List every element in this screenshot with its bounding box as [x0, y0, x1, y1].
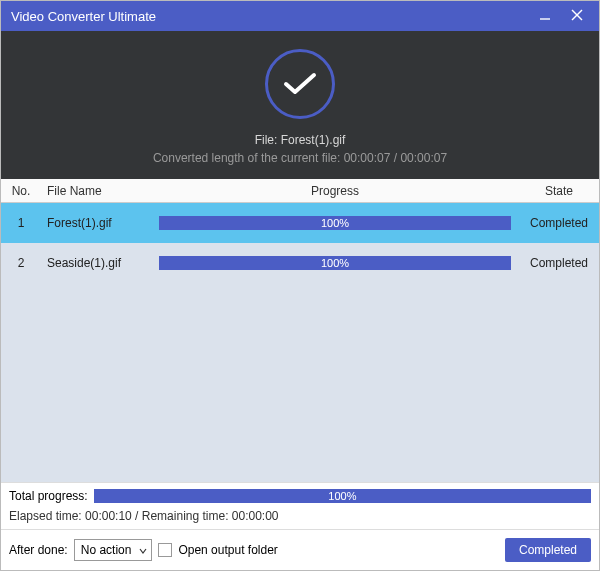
- minimize-icon: [539, 9, 551, 24]
- window-title: Video Converter Ultimate: [11, 9, 156, 24]
- row-no: 1: [1, 216, 41, 230]
- minimize-button[interactable]: [529, 1, 561, 31]
- total-progress-pct: 100%: [94, 489, 591, 503]
- open-output-folder-checkbox[interactable]: [158, 543, 172, 557]
- col-no-header: No.: [1, 184, 41, 198]
- after-done-select[interactable]: No action: [74, 539, 153, 561]
- completed-button[interactable]: Completed: [505, 538, 591, 562]
- row-state: Completed: [519, 256, 599, 270]
- footer: Total progress: 100% Elapsed time: 00:00…: [1, 482, 599, 570]
- app-window: Video Converter Ultimate File: Forest(1)…: [0, 0, 600, 571]
- table-row[interactable]: 1 Forest(1).gif 100% Completed: [1, 203, 599, 243]
- row-no: 2: [1, 256, 41, 270]
- chevron-down-icon: [139, 543, 147, 557]
- action-row: After done: No action Open output folder…: [1, 530, 599, 570]
- titlebar: Video Converter Ultimate: [1, 1, 599, 31]
- table-row[interactable]: 2 Seaside(1).gif 100% Completed: [1, 243, 599, 283]
- col-name-header: File Name: [41, 184, 151, 198]
- row-progress: 100%: [151, 216, 519, 230]
- progress-bar: 100%: [159, 216, 511, 230]
- converted-length-label: Converted length of the current file: 00…: [153, 151, 447, 165]
- status-hero: File: Forest(1).gif Converted length of …: [1, 31, 599, 179]
- close-icon: [571, 9, 583, 24]
- open-output-folder-label: Open output folder: [178, 543, 277, 557]
- total-progress-bar: 100%: [94, 489, 591, 503]
- row-file-name: Forest(1).gif: [41, 216, 151, 230]
- row-progress: 100%: [151, 256, 519, 270]
- total-progress-label: Total progress:: [9, 489, 88, 503]
- progress-pct: 100%: [159, 256, 511, 270]
- table-header: No. File Name Progress State: [1, 179, 599, 203]
- close-button[interactable]: [561, 1, 593, 31]
- row-state: Completed: [519, 216, 599, 230]
- check-circle-icon: [265, 49, 335, 119]
- current-file-label: File: Forest(1).gif: [255, 133, 346, 147]
- progress-pct: 100%: [159, 216, 511, 230]
- col-progress-header: Progress: [151, 184, 519, 198]
- time-row: Elapsed time: 00:00:10 / Remaining time:…: [1, 509, 599, 530]
- progress-bar: 100%: [159, 256, 511, 270]
- row-file-name: Seaside(1).gif: [41, 256, 151, 270]
- after-done-value: No action: [81, 543, 132, 557]
- after-done-label: After done:: [9, 543, 68, 557]
- file-rows: 1 Forest(1).gif 100% Completed 2 Seaside…: [1, 203, 599, 482]
- remaining-time: 00:00:00: [232, 509, 279, 523]
- elapsed-time: 00:00:10: [85, 509, 132, 523]
- total-progress-row: Total progress: 100%: [1, 483, 599, 509]
- col-state-header: State: [519, 184, 599, 198]
